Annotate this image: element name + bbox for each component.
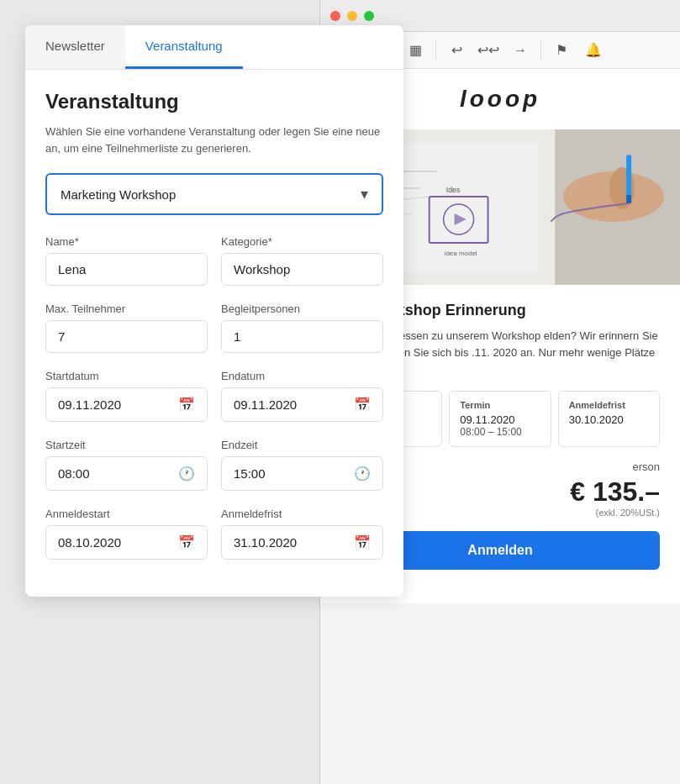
panel-body: Veranstaltung Wählen Sie eine vorhandene…	[25, 70, 403, 597]
kategorie-input[interactable]	[221, 253, 383, 286]
form-row-dates: Startdatum 09.11.2020 📅 Endatum 09.11.20…	[45, 370, 383, 422]
tabs-row: Newsletter Veranstaltung	[25, 25, 403, 70]
form-group-anmeldefrist: Anmeldefrist 31.10.2020 📅	[221, 508, 383, 560]
anmeldefrist-label: Anmeldefrist	[569, 400, 649, 410]
begleitpersonen-input[interactable]	[221, 320, 383, 353]
redo-icon[interactable]: →	[507, 37, 534, 64]
form-group-startzeit: Startzeit 08:00 🕐	[45, 439, 208, 491]
editor-panel: Newsletter Veranstaltung Veranstaltung W…	[25, 25, 403, 597]
svg-rect-16	[626, 195, 631, 203]
form-group-startdatum: Startdatum 09.11.2020 📅	[45, 370, 208, 422]
startdatum-input-wrapper[interactable]: 09.11.2020 📅	[45, 387, 208, 422]
endzeit-value: 15:00	[234, 466, 266, 481]
startzeit-label: Startzeit	[45, 439, 208, 451]
calendar-icon-anmeldefrist: 📅	[354, 534, 371, 550]
form-row-anmelde: Anmeldestart 08.10.2020 📅 Anmeldefrist 3…	[45, 508, 383, 560]
form-group-name: Name*	[45, 235, 208, 286]
max-teilnehmer-label: Max. Teilnehmer	[45, 303, 208, 315]
grid-icon[interactable]: ▦	[402, 37, 429, 64]
form-group-enddatum: Endatum 09.11.2020 📅	[221, 370, 383, 422]
name-label: Name*	[45, 235, 208, 248]
begleitpersonen-label: Begleitpersonen	[221, 303, 383, 315]
termin-label: Termin	[460, 400, 540, 410]
name-input[interactable]	[45, 253, 208, 286]
max-teilnehmer-input[interactable]	[45, 320, 208, 353]
endatum-label: Endatum	[221, 370, 383, 382]
panel-title: Veranstaltung	[45, 90, 383, 113]
svg-text:idea model: idea model	[445, 250, 477, 257]
anmeldefrist-card: Anmeldefrist 30.10.2020	[558, 391, 660, 447]
form-group-anmeldestart: Anmeldestart 08.10.2020 📅	[45, 508, 208, 560]
endatum-input-wrapper[interactable]: 09.11.2020 📅	[221, 387, 383, 422]
anmeldefrist-label: Anmeldefrist	[221, 508, 383, 520]
anmeldestart-input-wrapper[interactable]: 08.10.2020 📅	[45, 525, 208, 560]
termin-card: Termin 09.11.2020 08:00 – 15:00	[449, 391, 551, 447]
dropdown-selected-value: Marketing Workshop	[61, 187, 176, 202]
calendar-icon-end: 📅	[354, 397, 371, 413]
termin-date: 09.11.2020	[460, 413, 540, 426]
termin-time: 08:00 – 15:00	[460, 426, 540, 438]
anmeldefrist-date: 30.10.2020	[569, 413, 649, 426]
toolbar-separator-3	[540, 40, 541, 61]
startdatum-label: Startdatum	[45, 370, 208, 382]
form-row-times: Startzeit 08:00 🕐 Endzeit 15:00 🕐	[45, 439, 383, 491]
toolbar-separator-2	[435, 40, 436, 61]
svg-text:Ides: Ides	[446, 186, 461, 194]
form-group-endzeit: Endzeit 15:00 🕐	[221, 439, 383, 491]
startzeit-input-wrapper[interactable]: 08:00 🕐	[45, 456, 208, 491]
undo-icon[interactable]: ↩	[443, 37, 470, 64]
anmeldestart-value: 08.10.2020	[58, 535, 121, 550]
form-row-name-kategorie: Name* Kategorie*	[45, 235, 383, 286]
bell-icon[interactable]: 🔔	[580, 37, 607, 64]
kategorie-label: Kategorie*	[221, 235, 383, 248]
svg-rect-15	[626, 155, 631, 197]
form-group-max-teilnehmer: Max. Teilnehmer	[45, 303, 208, 353]
endzeit-input-wrapper[interactable]: 15:00 🕐	[221, 456, 383, 491]
startzeit-value: 08:00	[58, 466, 90, 481]
traffic-light-red[interactable]	[330, 11, 340, 21]
anmeldefrist-input-wrapper[interactable]: 31.10.2020 📅	[221, 525, 383, 560]
event-dropdown[interactable]: Marketing Workshop ▾	[45, 173, 383, 215]
endzeit-label: Endzeit	[221, 439, 383, 451]
form-group-kategorie: Kategorie*	[221, 235, 383, 286]
anmeldefrist-value: 31.10.2020	[234, 535, 297, 550]
form-group-begleitpersonen: Begleitpersonen	[221, 303, 383, 353]
startdatum-value: 09.11.2020	[58, 397, 121, 412]
panel-description: Wählen Sie eine vorhandene Veranstaltung…	[45, 124, 383, 156]
form-row-teilnehmer-begleit: Max. Teilnehmer Begleitpersonen	[45, 303, 383, 353]
anmeldestart-label: Anmeldestart	[45, 508, 208, 520]
calendar-icon-anmeldestart: 📅	[178, 534, 195, 550]
clock-icon-start: 🕐	[178, 466, 195, 481]
dropdown-arrow-icon: ▾	[361, 185, 368, 203]
endatum-value: 09.11.2020	[234, 397, 297, 412]
traffic-light-green[interactable]	[364, 11, 374, 21]
clock-icon-end: 🕐	[354, 466, 371, 481]
flag-icon[interactable]: ⚑	[548, 37, 575, 64]
tab-veranstaltung[interactable]: Veranstaltung	[125, 25, 243, 69]
tab-newsletter[interactable]: Newsletter	[25, 25, 125, 69]
calendar-icon-start: 📅	[178, 397, 195, 413]
undo-all-icon[interactable]: ↩↩	[475, 37, 502, 64]
traffic-light-yellow[interactable]	[347, 11, 357, 21]
